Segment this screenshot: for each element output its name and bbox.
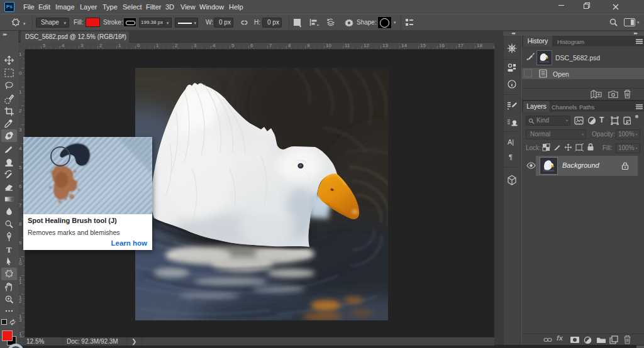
svg-text:T: T: [6, 245, 12, 254]
svg-text:¶: ¶: [509, 153, 513, 161]
svg-text:A|: A|: [508, 138, 514, 146]
